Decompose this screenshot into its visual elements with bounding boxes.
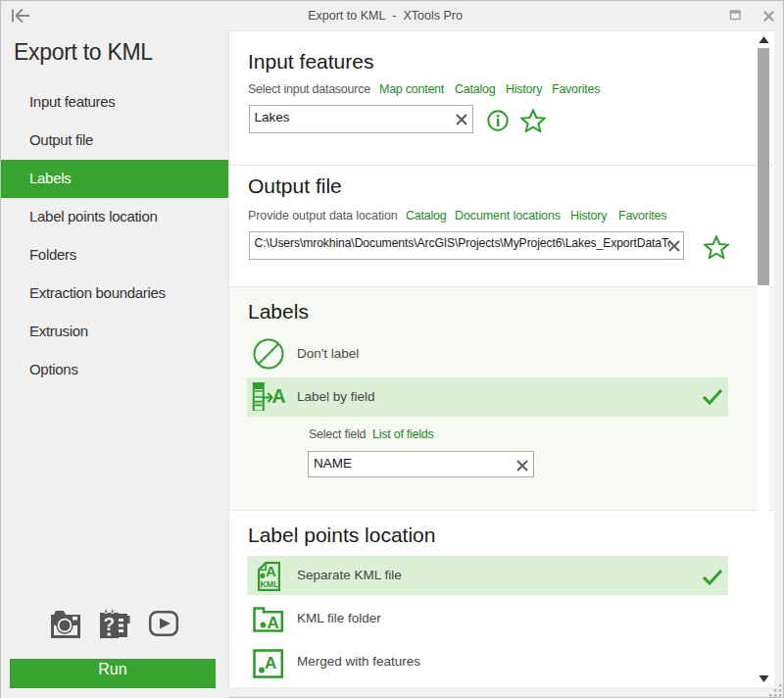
svg-text:?: ? xyxy=(103,614,115,634)
svg-text:A: A xyxy=(265,653,276,672)
svg-text:A: A xyxy=(268,614,279,632)
svg-text:A: A xyxy=(266,563,276,579)
svg-text:KML: KML xyxy=(260,579,279,589)
svg-text:A: A xyxy=(272,385,286,407)
